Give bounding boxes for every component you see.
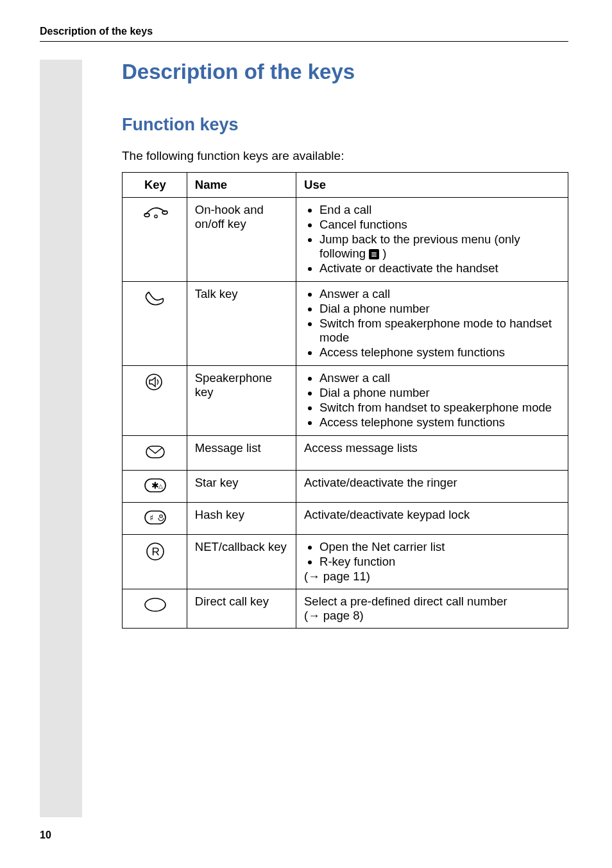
svg-point-13 (145, 598, 166, 611)
key-name-cell: Talk key (187, 282, 296, 366)
key-use-cell: Activate/deactivate the ringer (296, 471, 568, 503)
running-header: Description of the keys (40, 26, 568, 37)
use-item: Answer a call (319, 371, 561, 385)
svg-text:△: △ (158, 483, 163, 489)
table-row: RNET/callback keyOpen the Net carrier li… (123, 535, 568, 589)
side-margin-block (40, 60, 82, 817)
key-use-cell: Activate/deactivate keypad lock (296, 503, 568, 535)
key-icon-cell: ✱△ (123, 471, 187, 503)
intro-text: The following function keys are availabl… (122, 149, 568, 163)
menu-inline-icon: ≣ (369, 249, 379, 259)
svg-rect-4 (146, 446, 164, 458)
section-heading: Function keys (122, 115, 568, 135)
key-name-cell: On-hook and on/off key (187, 198, 296, 282)
key-icon-cell (123, 436, 187, 471)
use-item: Dial a phone number (319, 386, 561, 400)
svg-point-0 (144, 213, 149, 216)
table-row: On-hook and on/off keyEnd a callCancel f… (123, 198, 568, 282)
header-rule (40, 41, 568, 42)
use-item: End a call (319, 203, 561, 217)
key-name-cell: Direct call key (187, 589, 296, 629)
hash-icon: ♯ (142, 509, 168, 526)
key-name-cell: Hash key (187, 503, 296, 535)
th-key: Key (123, 173, 187, 198)
page-ref: (→ page 11) (304, 569, 561, 584)
table-row: Speakerphone keyAnswer a callDial a phon… (123, 366, 568, 436)
use-item: Cancel functions (319, 218, 561, 232)
key-icon-cell (123, 589, 187, 629)
use-item: R-key function (319, 555, 561, 569)
key-name-cell: NET/callback key (187, 535, 296, 589)
key-use-cell: End a callCancel functionsJump back to t… (296, 198, 568, 282)
use-item: Activate or deactivate the handset (319, 261, 561, 275)
table-row: ♯Hash keyActivate/deactivate keypad lock (123, 503, 568, 535)
key-icon-cell (123, 282, 187, 366)
key-use-cell: Access message lists (296, 436, 568, 471)
page-title: Description of the keys (122, 60, 568, 84)
use-item: Dial a phone number (319, 302, 561, 316)
use-item: Answer a call (319, 287, 561, 301)
key-icon-cell (123, 366, 187, 436)
th-use: Use (296, 173, 568, 198)
svg-point-1 (162, 211, 167, 214)
svg-rect-10 (160, 515, 162, 517)
use-item: Switch from handset to speakerphone mode (319, 401, 561, 415)
message-icon (142, 442, 168, 462)
page-ref: (→ page 8) (304, 609, 561, 623)
function-keys-table: Key Name Use On-hook and on/off keyEnd a… (122, 172, 568, 629)
use-text: Select a pre-defined direct call number (304, 595, 561, 609)
key-use-cell: Open the Net carrier listR-key function(… (296, 535, 568, 589)
star-icon: ✱△ (142, 477, 168, 494)
table-row: Talk keyAnswer a callDial a phone number… (123, 282, 568, 366)
use-item: Access telephone system functions (319, 345, 561, 360)
key-name-cell: Message list (187, 436, 296, 471)
key-use-cell: Select a pre-defined direct call number(… (296, 589, 568, 629)
on-hook-icon (142, 204, 169, 222)
key-use-cell: Answer a callDial a phone numberSwitch f… (296, 366, 568, 436)
key-icon-cell (123, 198, 187, 282)
key-name-cell: Star key (187, 471, 296, 503)
svg-text:♯: ♯ (149, 513, 153, 523)
key-name-cell: Speakerphone key (187, 366, 296, 436)
use-item: Access telephone system functions (319, 415, 561, 430)
key-use-cell: Answer a callDial a phone numberSwitch f… (296, 282, 568, 366)
speaker-icon (143, 372, 167, 392)
r-key-icon: R (144, 541, 167, 562)
table-row: Message listAccess message lists (123, 436, 568, 471)
use-item: Open the Net carrier list (319, 540, 561, 554)
page-number: 10 (40, 829, 51, 841)
use-item: Jump back to the previous menu (only fol… (319, 232, 561, 261)
talk-icon (142, 288, 168, 308)
svg-text:R: R (151, 546, 159, 558)
key-icon-cell: R (123, 535, 187, 589)
direct-call-icon (142, 596, 168, 614)
use-item: Switch from speakerphone mode to handset… (319, 317, 561, 345)
th-name: Name (187, 173, 296, 198)
key-icon-cell: ♯ (123, 503, 187, 535)
svg-point-2 (155, 215, 157, 218)
table-row: ✱△Star keyActivate/deactivate the ringer (123, 471, 568, 503)
svg-point-3 (146, 374, 162, 390)
table-row: Direct call keySelect a pre-defined dire… (123, 589, 568, 629)
